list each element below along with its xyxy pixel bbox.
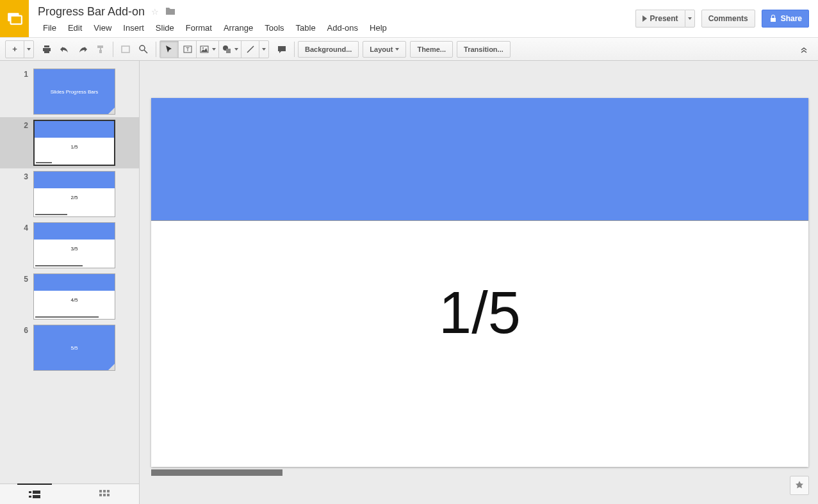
layout-label: Layout — [370, 45, 393, 53]
star-icon[interactable]: ☆ — [151, 7, 159, 17]
svg-point-3 — [140, 45, 145, 51]
svg-line-11 — [247, 46, 254, 53]
line-tool-button[interactable] — [241, 41, 259, 58]
background-button[interactable]: Background... — [298, 41, 359, 58]
slides-logo[interactable] — [0, 0, 29, 37]
menu-help[interactable]: Help — [364, 22, 392, 34]
main-area: 1Slides Progress Bars21/532/543/554/565/… — [0, 61, 818, 504]
svg-rect-14 — [29, 496, 31, 498]
svg-rect-20 — [103, 494, 106, 496]
new-slide-button[interactable]: + — [6, 41, 24, 58]
present-button[interactable]: Present — [635, 10, 685, 28]
chevron-down-icon — [262, 48, 266, 51]
comments-button[interactable]: Comments — [701, 10, 755, 28]
menu-view[interactable]: View — [88, 22, 117, 34]
slide-thumbnail[interactable]: 21/5 — [0, 117, 139, 168]
menu-file[interactable]: File — [38, 22, 61, 34]
chevron-down-icon — [212, 48, 216, 51]
transition-button[interactable]: Transition... — [457, 41, 511, 58]
thumbnail-number: 5 — [0, 273, 33, 284]
menu-bar: File Edit View Insert Slide Format Arran… — [38, 20, 635, 35]
menu-addons[interactable]: Add-ons — [322, 22, 363, 34]
menu-insert[interactable]: Insert — [118, 22, 149, 34]
header-main: Progress Bar Add-on ☆ File Edit View Ins… — [29, 0, 635, 37]
folder-icon[interactable] — [165, 6, 176, 17]
thumbnail-number: 3 — [0, 171, 33, 181]
zoom-fit-button — [117, 41, 135, 58]
print-icon — [42, 44, 52, 54]
slide-thumbnail[interactable]: 32/5 — [0, 168, 139, 220]
slide-thumbnail[interactable]: 65/5 — [0, 322, 139, 373]
slide-progress-bar — [151, 469, 282, 476]
explore-button[interactable] — [790, 476, 809, 495]
thumbnail-preview: Slides Progress Bars — [33, 69, 115, 115]
present-button-group: Present — [635, 10, 695, 28]
svg-point-8 — [202, 47, 204, 49]
thumbnail-list: 1Slides Progress Bars21/532/543/554/565/… — [0, 66, 139, 484]
slide-header-bar — [151, 98, 808, 221]
thumbnail-preview: 4/5 — [33, 273, 115, 320]
line-tool-dropdown[interactable] — [259, 41, 268, 58]
thumbnail-number: 2 — [0, 120, 33, 130]
header-right: Present Comments Share — [635, 0, 818, 37]
grid-icon — [99, 490, 110, 499]
slide-canvas[interactable]: 1/5 — [151, 98, 808, 467]
new-slide-group: + — [5, 40, 34, 58]
filmstrip-icon — [29, 490, 40, 499]
share-label: Share — [781, 14, 802, 23]
undo-button[interactable] — [56, 41, 74, 58]
svg-rect-2 — [122, 46, 129, 53]
document-title[interactable]: Progress Bar Add-on — [38, 5, 145, 19]
comments-label: Comments — [708, 14, 748, 23]
textbox-tool-button[interactable]: T — [178, 41, 196, 58]
canvas-area[interactable]: 1/5 — [140, 61, 818, 504]
fit-icon — [120, 44, 131, 54]
layout-button[interactable]: Layout — [363, 41, 406, 58]
lock-icon — [769, 14, 778, 23]
grid-view-button[interactable] — [70, 484, 140, 504]
menu-format[interactable]: Format — [181, 22, 217, 34]
svg-rect-18 — [107, 490, 110, 492]
explore-icon — [794, 480, 805, 491]
slide-thumbnail[interactable]: 1Slides Progress Bars — [0, 66, 139, 117]
zoom-button[interactable] — [135, 41, 152, 58]
menu-table[interactable]: Table — [291, 22, 321, 34]
thumbnail-number: 4 — [0, 222, 33, 232]
view-toggle — [0, 484, 139, 504]
transition-label: Transition... — [464, 45, 503, 53]
textbox-icon: T — [183, 44, 193, 54]
menu-edit[interactable]: Edit — [63, 22, 87, 34]
theme-button[interactable]: Theme... — [410, 41, 453, 58]
menu-tools[interactable]: Tools — [259, 22, 289, 34]
thumbnail-number: 1 — [0, 69, 33, 79]
svg-rect-21 — [107, 494, 110, 496]
filmstrip-view-button[interactable] — [0, 484, 70, 504]
svg-rect-1 — [10, 16, 21, 24]
shape-icon — [222, 44, 232, 54]
image-icon — [199, 44, 209, 54]
select-tool-button[interactable] — [160, 41, 178, 58]
svg-rect-12 — [29, 491, 31, 493]
share-button[interactable]: Share — [762, 10, 809, 28]
select-tool-group: T — [160, 40, 269, 58]
collapse-toolbar-button[interactable] — [795, 41, 813, 58]
menu-arrange[interactable]: Arrange — [218, 22, 258, 34]
image-tool-button[interactable] — [196, 41, 218, 58]
undo-icon — [60, 44, 70, 54]
new-slide-dropdown[interactable] — [24, 41, 33, 58]
svg-rect-13 — [33, 491, 40, 494]
redo-button[interactable] — [74, 41, 92, 58]
thumbnail-preview: 5/5 — [33, 325, 115, 371]
shape-tool-button[interactable] — [218, 41, 241, 58]
cursor-icon — [165, 45, 174, 54]
slide-thumbnail[interactable]: 54/5 — [0, 271, 139, 322]
menu-slide[interactable]: Slide — [151, 22, 179, 34]
slide-thumbnail[interactable]: 43/5 — [0, 220, 139, 271]
thumbnail-preview: 2/5 — [33, 171, 115, 217]
present-dropdown[interactable] — [685, 10, 695, 28]
print-button[interactable] — [38, 41, 56, 58]
comment-icon — [277, 44, 287, 54]
comment-tool-button[interactable] — [273, 41, 291, 58]
chevron-down-icon — [234, 48, 238, 51]
background-label: Background... — [305, 45, 352, 53]
